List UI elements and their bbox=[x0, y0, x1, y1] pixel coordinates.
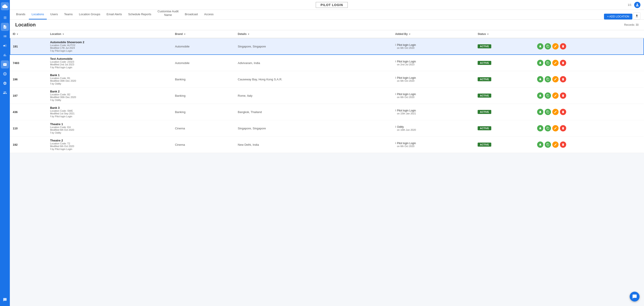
bell-button[interactable] bbox=[537, 92, 544, 99]
location-modified: Modified 17th Jul 2024 bbox=[50, 47, 170, 49]
cell-actions bbox=[534, 38, 644, 55]
col-added-by[interactable]: Added By▼ bbox=[392, 30, 475, 38]
cell-id: 191 bbox=[10, 38, 48, 55]
added-by-date: on 6th Oct 2020 bbox=[397, 80, 416, 82]
cell-added-by: ℹ Pilot login Login on 6th Oct 2020 bbox=[392, 38, 475, 55]
cloud-icon[interactable] bbox=[1, 2, 9, 10]
tab-users[interactable]: Users bbox=[48, 10, 60, 20]
tab-teams[interactable]: Teams bbox=[62, 10, 75, 20]
edit-button[interactable] bbox=[552, 125, 558, 131]
col-details[interactable]: Details▼ bbox=[235, 30, 392, 38]
delete-button[interactable] bbox=[560, 109, 566, 115]
copy-button[interactable] bbox=[545, 60, 551, 66]
tab-email-alerts[interactable]: Email Alerts bbox=[104, 10, 125, 20]
nav-tabs: Brands Locations Users Teams Location Gr… bbox=[10, 10, 644, 20]
gear-icon[interactable] bbox=[1, 79, 9, 87]
cell-details: Rome, Italy bbox=[235, 88, 392, 104]
delete-button[interactable] bbox=[560, 43, 566, 50]
location-by: ℹ by Oditly bbox=[50, 82, 170, 85]
location-sort-icon[interactable]: ▼ bbox=[62, 33, 64, 35]
chart-icon[interactable] bbox=[1, 51, 9, 59]
download-button[interactable] bbox=[633, 12, 640, 20]
cell-status: ACTIVE bbox=[475, 71, 534, 88]
status-badge: ACTIVE bbox=[478, 110, 491, 114]
bell-button[interactable] bbox=[537, 109, 544, 115]
user-avatar[interactable] bbox=[634, 2, 640, 8]
action-buttons bbox=[537, 125, 641, 131]
cell-details: Singapore, Singapore bbox=[235, 120, 392, 137]
content-header: Location Records: 30 bbox=[10, 20, 644, 30]
grid-icon[interactable]: ⊞ bbox=[1, 14, 9, 22]
edit-button[interactable] bbox=[552, 141, 558, 148]
col-brand[interactable]: Brand▼ bbox=[172, 30, 235, 38]
bell-button[interactable] bbox=[537, 60, 544, 66]
cell-status: ACTIVE bbox=[475, 88, 534, 104]
edit-button[interactable] bbox=[552, 109, 558, 115]
delete-button[interactable] bbox=[560, 141, 566, 148]
cell-location: Bank 1 Location Code: B1 Modified 30th D… bbox=[48, 71, 172, 88]
edit-button[interactable] bbox=[552, 60, 558, 66]
edit-button[interactable] bbox=[552, 92, 558, 99]
copy-button[interactable] bbox=[545, 76, 551, 82]
details-sort-icon[interactable]: ▼ bbox=[248, 33, 250, 35]
cell-brand: Automobile bbox=[172, 55, 235, 71]
brand-sort-icon[interactable]: ▼ bbox=[184, 33, 186, 35]
location-name: Bank 1 bbox=[50, 73, 170, 77]
delete-button[interactable] bbox=[560, 60, 566, 66]
bell-button[interactable] bbox=[537, 43, 544, 50]
cell-location: Bank 2 Location Code: B2 Modified 30th D… bbox=[48, 88, 172, 104]
edit-button[interactable] bbox=[552, 76, 558, 82]
status-badge: ACTIVE bbox=[478, 126, 491, 130]
copy-button[interactable] bbox=[545, 141, 551, 148]
addedby-sort-icon[interactable]: ▼ bbox=[408, 33, 411, 35]
bell-button[interactable] bbox=[537, 141, 544, 148]
addedby-info-icon: ℹ bbox=[395, 44, 396, 46]
cell-brand: Banking bbox=[172, 88, 235, 104]
cell-actions bbox=[534, 137, 644, 153]
edit-button[interactable] bbox=[552, 43, 558, 50]
cell-actions bbox=[534, 104, 644, 120]
list-icon[interactable] bbox=[1, 32, 9, 40]
megaphone-icon[interactable] bbox=[1, 42, 9, 50]
main-content: PILOT LOGIN 1/1 Brands Locations Users T… bbox=[10, 0, 644, 306]
tab-locations[interactable]: Locations bbox=[29, 10, 47, 20]
copy-button[interactable] bbox=[545, 92, 551, 99]
add-location-button[interactable]: + ADD LOCATION bbox=[604, 14, 632, 20]
delete-button[interactable] bbox=[560, 92, 566, 99]
delete-button[interactable] bbox=[560, 125, 566, 131]
status-sort-icon[interactable]: ▼ bbox=[487, 33, 489, 35]
document-icon[interactable] bbox=[1, 23, 9, 31]
tab-broadcast[interactable]: Broadcast bbox=[182, 10, 200, 20]
status-badge: ACTIVE bbox=[478, 94, 491, 98]
chat-sidebar-icon[interactable] bbox=[1, 296, 9, 304]
cell-brand: Automobile bbox=[172, 38, 235, 55]
bell-button[interactable] bbox=[537, 125, 544, 131]
copy-button[interactable] bbox=[545, 125, 551, 131]
col-location[interactable]: Location▼ bbox=[48, 30, 172, 38]
tab-brands[interactable]: Brands bbox=[14, 10, 28, 20]
locations-table: ID▼ Location▼ Brand▼ Details▼ Added By▼ … bbox=[10, 30, 644, 153]
col-status[interactable]: Status▼ bbox=[475, 30, 534, 38]
users-icon[interactable] bbox=[1, 89, 9, 97]
copy-button[interactable] bbox=[545, 43, 551, 50]
col-id[interactable]: ID▼ bbox=[10, 30, 48, 38]
location-code: Location Code: SWE bbox=[50, 109, 170, 112]
cell-id: 436 bbox=[10, 104, 48, 120]
cell-status: ACTIVE bbox=[475, 104, 534, 120]
tab-location-groups[interactable]: Location Groups bbox=[76, 10, 103, 20]
envelope-icon[interactable] bbox=[1, 61, 9, 69]
info-icon: ℹ bbox=[50, 131, 51, 134]
delete-button[interactable] bbox=[560, 76, 566, 82]
chat-bubble[interactable] bbox=[630, 292, 640, 301]
location-by: ℹ by Oditly bbox=[50, 99, 170, 101]
tab-customise-audit[interactable]: Customise Audit Name bbox=[155, 10, 181, 20]
target-icon[interactable] bbox=[1, 70, 9, 78]
copy-button[interactable] bbox=[545, 109, 551, 115]
table-row: 7483 Test Automobile Location Code: 2332… bbox=[10, 55, 644, 71]
id-sort-icon[interactable]: ▼ bbox=[16, 33, 18, 35]
cell-added-by: ℹ Pilot login Login on 6th Oct 2020 bbox=[392, 137, 475, 153]
table-container: ID▼ Location▼ Brand▼ Details▼ Added By▼ … bbox=[10, 30, 644, 306]
tab-access[interactable]: Access bbox=[202, 10, 216, 20]
bell-button[interactable] bbox=[537, 76, 544, 82]
tab-schedule-reports[interactable]: Schedule Reports bbox=[126, 10, 154, 20]
